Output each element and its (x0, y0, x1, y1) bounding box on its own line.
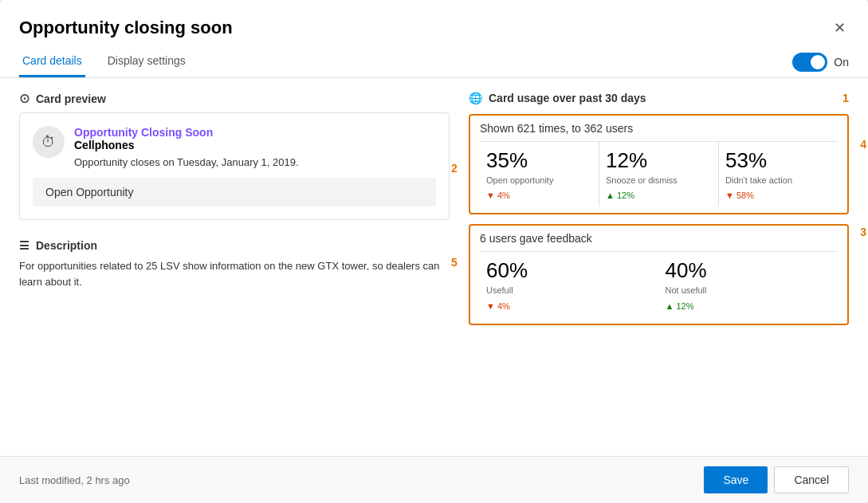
feedback-label-0: Usefull (486, 285, 653, 296)
card-subtitle: Cellphones (74, 139, 299, 151)
tabs-bar: Card details Display settings On (0, 46, 868, 78)
card-preview-label: ⊙ Card preview (19, 91, 450, 106)
stat-col-2: 53% Didn't take action ▼ 58% (719, 142, 838, 206)
annotation-1: 1 (842, 91, 849, 104)
stat-label-2: Didn't take action (725, 175, 831, 186)
annotation-5: 5 (451, 256, 458, 269)
toggle-label: On (834, 56, 849, 69)
card-action-button[interactable]: Open Opportunity (33, 178, 436, 206)
card-top: ⏱ Opportunity Closing Soon Cellphones Op… (33, 126, 436, 168)
stats-top: Shown 621 times, to 362 users 35% Open o… (469, 114, 849, 214)
save-button[interactable]: Save (704, 466, 768, 493)
toggle-area: On (792, 53, 849, 72)
usage-header: 🌐 Card usage over past 30 days 1 (469, 91, 849, 104)
dialog-footer: Last modified, 2 hrs ago Save Cancel (0, 456, 868, 503)
stat-delta-2: ▼ 58% (725, 191, 831, 200)
stat-col-0: 35% Open opportunity ▼ 4% (480, 142, 599, 206)
feedback-box: 6 users gave feedback 60% Usefull ▼ 4% 4… (469, 224, 849, 324)
usage-label: Card usage over past 30 days (489, 92, 646, 104)
stat-pct-2: 53% (725, 148, 831, 173)
feedback-delta-0: ▼ 4% (486, 301, 653, 311)
feedback-title: 6 users gave feedback (480, 232, 838, 252)
footer-timestamp: Last modified, 2 hrs ago (19, 474, 130, 486)
footer-buttons: Save Cancel (704, 466, 849, 493)
feedback-delta-1: ▲ 12% (666, 301, 832, 311)
card-title: Opportunity Closing Soon (74, 126, 299, 139)
card-info: Opportunity Closing Soon Cellphones Oppo… (74, 126, 299, 168)
feedback-wrapper: 5 6 users gave feedback 60% Usefull ▼ 4%… (469, 224, 849, 324)
feedback-pct-0: 60% (486, 258, 653, 283)
stat-pct-0: 35% (486, 148, 592, 173)
stat-columns: 35% Open opportunity ▼ 4% 12% Snooze or … (480, 142, 838, 206)
description-text: For opportunities related to 25 LSV show… (19, 258, 450, 289)
card-body: Opportunity closes on Tuesday, January 1… (74, 156, 299, 168)
stats-top-wrapper: 2 4 Shown 621 times, to 362 users 35% Op… (469, 114, 849, 214)
shown-text: Shown 621 times, to 362 users (480, 122, 838, 142)
dialog: Opportunity closing soon ✕ Card details … (0, 0, 868, 503)
dialog-title: Opportunity closing soon (19, 18, 233, 38)
left-panel: ⊙ Card preview ⏱ Opportunity Closing Soo… (19, 91, 450, 456)
cancel-button[interactable]: Cancel (774, 466, 849, 493)
stat-pct-1: 12% (606, 148, 712, 173)
preview-icon: ⊙ (19, 91, 29, 106)
annotation-4: 4 (860, 138, 866, 151)
feedback-columns: 60% Usefull ▼ 4% 40% Not usefull ▲ 12% (480, 252, 838, 316)
card-icon: ⏱ (33, 126, 65, 158)
dialog-header: Opportunity closing soon ✕ (0, 0, 868, 40)
tab-card-details[interactable]: Card details (19, 46, 85, 77)
usage-icon: 🌐 (469, 92, 482, 104)
description-label: ☰ Description (19, 239, 450, 252)
feedback-pct-1: 40% (666, 258, 832, 283)
stat-col-1: 12% Snooze or dismiss ▲ 12% (599, 142, 719, 206)
stat-label-1: Snooze or dismiss (606, 175, 712, 186)
dialog-body: ⊙ Card preview ⏱ Opportunity Closing Soo… (0, 78, 868, 456)
description-icon: ☰ (19, 239, 29, 252)
feedback-label-1: Not usefull (666, 285, 832, 296)
description-section: ☰ Description For opportunities related … (19, 239, 450, 289)
annotation-3: 3 (860, 226, 866, 238)
card-preview-box: ⏱ Opportunity Closing Soon Cellphones Op… (19, 112, 450, 220)
on-off-toggle[interactable] (792, 53, 827, 72)
feedback-col-0: 60% Usefull ▼ 4% (480, 252, 659, 316)
stat-delta-0: ▼ 4% (486, 191, 592, 200)
tab-display-settings[interactable]: Display settings (104, 46, 189, 77)
feedback-col-1: 40% Not usefull ▲ 12% (659, 252, 839, 316)
stat-delta-1: ▲ 12% (606, 191, 712, 200)
annotation-2: 2 (451, 162, 458, 175)
stat-label-0: Open opportunity (486, 175, 592, 186)
close-button[interactable]: ✕ (831, 16, 849, 40)
card-preview-section: ⊙ Card preview ⏱ Opportunity Closing Soo… (19, 91, 450, 220)
right-panel: 🌐 Card usage over past 30 days 1 2 4 Sho… (469, 91, 849, 456)
